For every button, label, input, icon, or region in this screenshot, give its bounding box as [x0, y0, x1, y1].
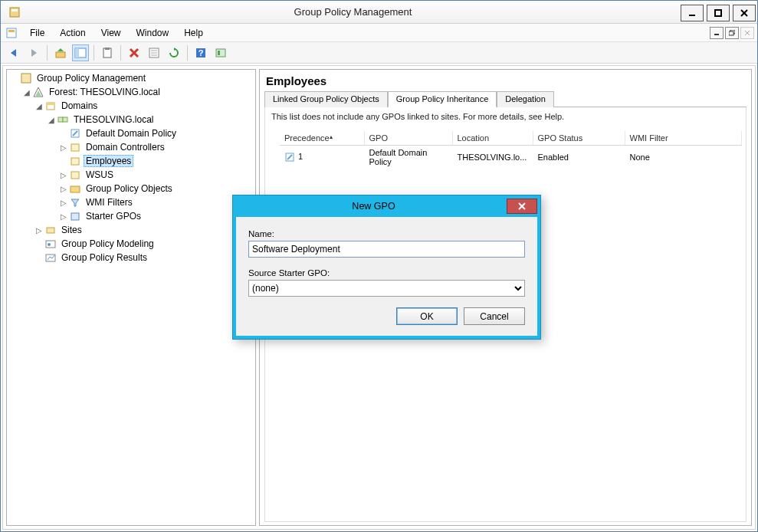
- svg-marker-44: [71, 199, 79, 206]
- tab-inheritance[interactable]: Group Policy Inheritance: [388, 91, 497, 107]
- clipboard-button[interactable]: [99, 44, 116, 61]
- col-location[interactable]: Location: [452, 131, 533, 146]
- svg-rect-31: [218, 51, 220, 55]
- tree-sites[interactable]: ▷ Sites: [33, 223, 255, 237]
- tree-root[interactable]: Group Policy Management: [8, 71, 255, 85]
- results-icon: [44, 251, 57, 264]
- tree-forest[interactable]: ◢ Forest: THESOLVING.local: [21, 85, 255, 99]
- up-button[interactable]: [52, 44, 69, 61]
- collapse-icon[interactable]: ◢: [47, 116, 56, 124]
- titlebar[interactable]: Group Policy Management: [1, 1, 757, 24]
- expand-icon[interactable]: ▷: [59, 185, 68, 193]
- name-input[interactable]: [248, 241, 525, 258]
- menu-file[interactable]: File: [22, 25, 52, 41]
- svg-marker-14: [31, 49, 37, 57]
- tree-wsus[interactable]: ▷ WSUS: [57, 168, 255, 182]
- expand-icon[interactable]: ▷: [59, 143, 68, 152]
- svg-rect-15: [56, 52, 65, 57]
- dialog-body: Name: Source Starter GPO: (none) OK Canc…: [233, 217, 540, 339]
- tree-wmi-filters[interactable]: ▷ WMI Filters: [57, 195, 255, 209]
- expand-icon[interactable]: ▷: [59, 199, 68, 207]
- col-precedence[interactable]: Precedence▴: [280, 131, 364, 146]
- svg-rect-2: [689, 15, 695, 16]
- menu-help[interactable]: Help: [176, 25, 211, 41]
- domain-icon: [57, 113, 69, 126]
- tree-starter-gpos[interactable]: ▷ Starter GPOs: [57, 209, 255, 223]
- menu-view[interactable]: View: [94, 25, 129, 41]
- tab-delegation[interactable]: Delegation: [497, 91, 554, 107]
- back-button[interactable]: [5, 44, 22, 61]
- collapse-icon[interactable]: ◢: [22, 88, 31, 97]
- col-wmi-filter[interactable]: WMI Filter: [625, 131, 742, 146]
- tree-employees[interactable]: Employees: [57, 154, 255, 168]
- svg-rect-42: [71, 172, 79, 179]
- toolbar: ?: [1, 42, 757, 64]
- dialog-titlebar[interactable]: New GPO: [233, 195, 540, 217]
- svg-rect-8: [714, 34, 719, 35]
- col-gpo[interactable]: GPO: [364, 131, 452, 146]
- svg-rect-10: [729, 31, 733, 35]
- gpm-icon: [20, 72, 32, 84]
- close-button[interactable]: [733, 5, 756, 21]
- collapse-icon[interactable]: ◢: [34, 102, 44, 110]
- sort-asc-icon: ▴: [330, 133, 333, 140]
- expand-icon[interactable]: ▷: [59, 171, 68, 179]
- app-icon: [7, 5, 22, 20]
- help-button[interactable]: ?: [192, 44, 209, 61]
- forward-button[interactable]: [25, 44, 42, 61]
- menu-window[interactable]: Window: [129, 25, 177, 41]
- show-hide-tree-button[interactable]: [72, 44, 89, 61]
- minimize-button[interactable]: [681, 5, 704, 21]
- forest-icon: [32, 86, 44, 98]
- properties-button[interactable]: [146, 44, 162, 61]
- menu-action[interactable]: Action: [52, 25, 93, 41]
- inheritance-grid[interactable]: Precedence▴ GPO Location GPO Status WMI …: [280, 131, 742, 169]
- tab-linked-gpo[interactable]: Linked Group Policy Objects: [264, 91, 388, 107]
- tree-modeling[interactable]: Group Policy Modeling: [33, 237, 255, 251]
- expand-icon[interactable]: ▷: [34, 226, 44, 235]
- mdi-minimize-button[interactable]: [710, 27, 724, 39]
- tree-gpo-objects[interactable]: ▷ Group Policy Objects: [57, 182, 255, 195]
- cancel-button[interactable]: Cancel: [464, 307, 525, 325]
- gpo-link-icon: [69, 127, 81, 140]
- tree-results[interactable]: Group Policy Results: [33, 251, 255, 264]
- svg-rect-37: [58, 117, 63, 122]
- table-row[interactable]: 1 Default Domain Policy THESOLVING.lo...…: [280, 146, 742, 169]
- ou-icon: [69, 141, 81, 153]
- mdi-restore-button[interactable]: [725, 27, 739, 39]
- modeling-icon: [44, 238, 57, 250]
- ok-button[interactable]: OK: [396, 307, 458, 325]
- tree-domain-controllers[interactable]: ▷ Domain Controllers: [57, 140, 255, 154]
- new-gpo-dialog[interactable]: New GPO Name: Source Starter GPO: (none)…: [232, 195, 541, 340]
- svg-rect-20: [105, 48, 110, 50]
- toolbar-extra-button[interactable]: [212, 44, 229, 61]
- refresh-button[interactable]: [166, 44, 182, 61]
- svg-rect-1: [11, 9, 18, 11]
- maximize-button[interactable]: [707, 5, 730, 21]
- sites-icon: [44, 224, 57, 236]
- tree-domains[interactable]: ◢ Domains: [33, 99, 255, 113]
- svg-rect-18: [75, 48, 79, 57]
- svg-rect-0: [10, 8, 19, 17]
- svg-rect-47: [46, 241, 55, 248]
- dialog-close-button[interactable]: [507, 199, 537, 214]
- col-gpo-status[interactable]: GPO Status: [533, 131, 625, 146]
- svg-rect-40: [71, 144, 79, 151]
- svg-rect-30: [216, 49, 225, 57]
- svg-rect-43: [71, 186, 80, 192]
- svg-rect-45: [71, 213, 79, 220]
- expand-icon[interactable]: ▷: [59, 212, 68, 221]
- tree-domain-thesolving[interactable]: ◢ THESOLVING.local: [45, 113, 255, 126]
- starter-label: Source Starter GPO:: [248, 268, 525, 277]
- info-text: This list does not include any GPOs link…: [265, 107, 746, 126]
- menubar: File Action View Window Help: [1, 24, 757, 42]
- tree-panel[interactable]: Group Policy Management ◢ Forest: THESOL…: [6, 69, 256, 526]
- gpo-link-icon: [284, 152, 295, 163]
- ou-icon: [69, 169, 81, 181]
- mdi-close-button[interactable]: [740, 27, 754, 39]
- svg-rect-6: [7, 28, 16, 38]
- tree-default-domain-policy[interactable]: Default Domain Policy: [57, 126, 255, 140]
- starter-select[interactable]: (none): [248, 280, 525, 297]
- svg-rect-36: [47, 103, 54, 105]
- delete-button[interactable]: [126, 44, 143, 61]
